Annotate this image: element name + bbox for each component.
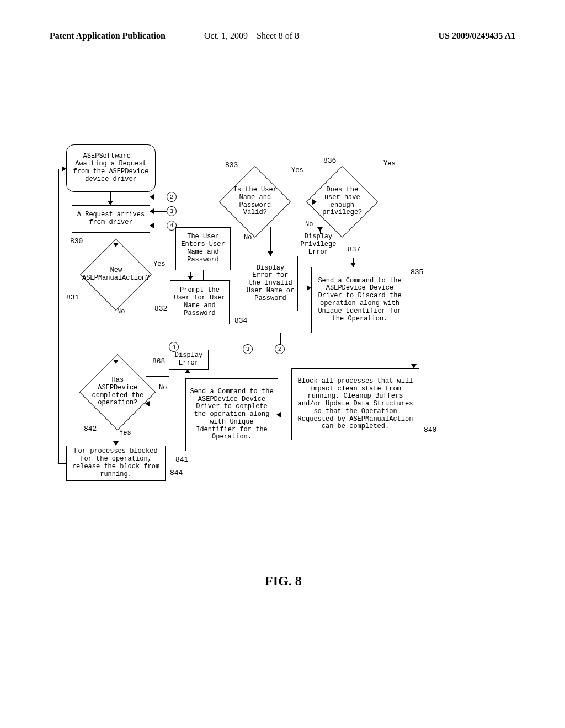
arrowhead-icon	[307, 285, 314, 291]
figure-label-prefix: FIG.	[265, 574, 292, 588]
box-send-discard-text: Send a Command to the ASEPDevice Device …	[314, 277, 406, 323]
edge	[414, 178, 414, 368]
connector-2-out: 2	[275, 344, 285, 354]
box-privilege-error: Display Privilege Error	[294, 232, 343, 258]
box-user-enters-text: The User Enters User Name and Password	[178, 233, 228, 264]
header-sheet: Sheet 8 of 8	[257, 31, 299, 40]
diamond-credentials-valid-text: Is the User Name and Password Valid?	[230, 186, 280, 217]
box-prompt-user-text: Prompt the User for User Name and Passwo…	[173, 287, 227, 317]
box-request-arrives: A Request arrives from driver	[72, 205, 150, 233]
ref-833: 833	[225, 161, 238, 169]
edge	[58, 463, 66, 464]
arrowhead-icon	[113, 360, 119, 367]
diamond-new-manual-action-text: New ASEPManualAction?	[82, 267, 150, 282]
header-mid: Oct. 1, 2009 Sheet 8 of 8	[204, 31, 299, 41]
arrowhead-icon	[147, 223, 154, 228]
box-release-block: For processes blocked for the operation,…	[66, 446, 166, 481]
edge-yes-1: Yes	[153, 260, 166, 268]
box-release-block-text: For processes blocked for the operation,…	[69, 448, 163, 478]
ref-835: 835	[411, 268, 423, 276]
page-header: Patent Application Publication Oct. 1, 2…	[0, 31, 565, 47]
edge	[232, 216, 232, 217]
edge-yes-2: Yes	[291, 167, 303, 174]
arrowhead-icon	[350, 263, 356, 270]
edge	[280, 333, 281, 345]
connector-2-in: 2	[167, 192, 177, 202]
arrowhead-icon	[113, 243, 119, 250]
arrowhead-icon	[108, 201, 113, 208]
edge	[147, 404, 185, 404]
arrowhead-icon	[268, 251, 273, 259]
figure-8-flowchart: ASEPSoftware – Awaiting a Request from t…	[66, 144, 430, 564]
connector-3-in: 3	[167, 206, 177, 216]
edge	[280, 202, 317, 202]
connector-3-out: 3	[243, 344, 253, 354]
ref-831: 831	[66, 293, 79, 302]
ref-841: 841	[175, 456, 188, 464]
arrowhead-icon	[142, 401, 150, 406]
ref-842: 842	[84, 425, 97, 433]
box-block-processes-text: Block all processes that will impact cle…	[294, 378, 417, 431]
arrowhead-icon	[411, 364, 417, 371]
edge-no-1: No	[117, 308, 125, 315]
ref-832: 832	[154, 304, 167, 313]
ref-868: 868	[152, 357, 165, 366]
header-right: US 2009/0249435 A1	[438, 31, 515, 41]
ref-840: 840	[424, 426, 436, 434]
header-date: Oct. 1, 2009	[204, 31, 248, 40]
arrowhead-icon	[147, 194, 154, 200]
edge	[146, 376, 169, 377]
box-privilege-error-text: Display Privilege Error	[296, 233, 340, 256]
edge-no-2: No	[244, 234, 252, 242]
box-user-enters: The User Enters User Name and Password	[175, 227, 231, 270]
edge-yes-3: Yes	[383, 160, 396, 168]
arrowhead-icon	[147, 208, 154, 214]
ref-844: 844	[170, 469, 183, 477]
diamond-enough-privilege-text: Does the user have enough privilege?	[317, 186, 367, 217]
box-request-arrives-text: A Request arrives from driver	[74, 211, 147, 227]
box-invalid-creds-error: Display Error for the Invalid User Name …	[243, 256, 298, 311]
arrowhead-icon	[274, 412, 281, 417]
box-display-error-text: Display Error	[172, 352, 206, 367]
arrowhead-icon	[62, 166, 69, 172]
edge-no-3: No	[305, 221, 313, 228]
figure-label: FIG. 8	[265, 574, 302, 588]
box-send-complete-text: Send a Command to the ASEPDevice Device …	[188, 388, 275, 442]
edge	[367, 178, 414, 178]
figure-label-number: 8	[295, 574, 302, 588]
ref-837: 837	[348, 245, 360, 254]
box-prompt-user: Prompt the User for User Name and Passwo…	[170, 280, 230, 324]
arrowhead-icon	[113, 441, 119, 448]
box-block-processes: Block all processes that will impact cle…	[291, 368, 419, 440]
header-left: Patent Application Publication	[50, 31, 166, 41]
edge	[116, 300, 116, 364]
arrowhead-icon	[188, 276, 193, 283]
diamond-device-completed-text: Has ASEPDevice completed the operation?	[91, 377, 144, 407]
edge	[231, 202, 231, 202]
ref-834: 834	[234, 317, 247, 325]
state-awaiting-request-text: ASEPSoftware – Awaiting a Request from t…	[70, 153, 152, 183]
edge	[142, 275, 170, 275]
arrowhead-icon	[312, 199, 319, 205]
box-send-complete: Send a Command to the ASEPDevice Device …	[185, 378, 278, 451]
edge-yes-4: Yes	[119, 429, 131, 437]
arrowhead-icon	[185, 366, 190, 373]
edge-no-4: No	[159, 384, 167, 392]
edge	[58, 169, 59, 463]
arrowhead-icon	[317, 227, 323, 234]
state-awaiting-request: ASEPSoftware – Awaiting a Request from t…	[66, 144, 156, 192]
ref-830: 830	[70, 237, 83, 245]
ref-836: 836	[323, 157, 336, 165]
box-invalid-creds-error-text: Display Error for the Invalid User Name …	[246, 265, 295, 303]
edge	[203, 270, 204, 280]
box-send-discard: Send a Command to the ASEPDevice Device …	[311, 267, 408, 333]
